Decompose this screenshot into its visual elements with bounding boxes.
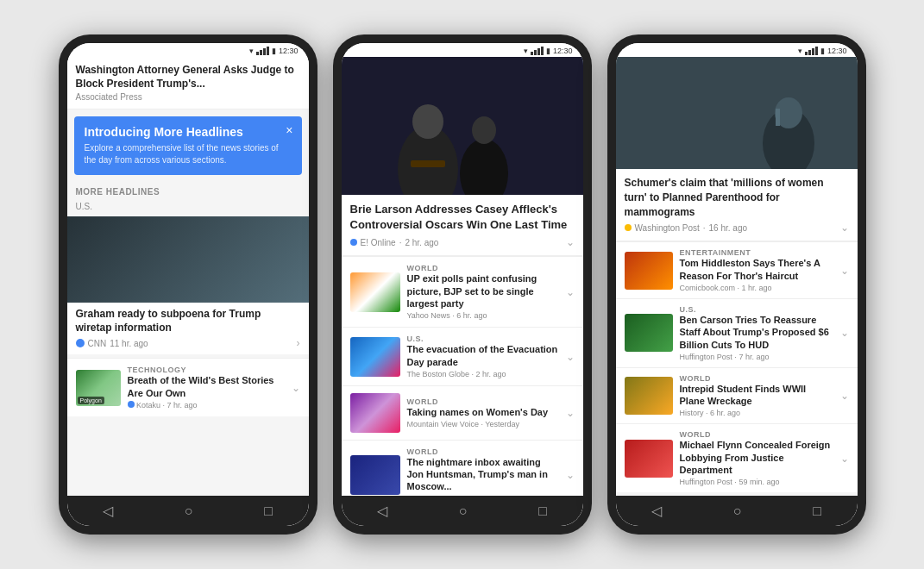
p2-meta-0: Yahoo News · 6 hr. ago xyxy=(407,311,559,320)
p2-item-2[interactable]: WORLD Taking names on Women's Day Mounta… xyxy=(342,385,583,440)
battery-icon-3: ▮ xyxy=(820,47,825,55)
p3-main-chevron: ⌄ xyxy=(840,222,849,234)
p3-item-0[interactable]: ENTERTAINMENT Tom Hiddleston Says There'… xyxy=(616,241,858,298)
p1-top-story[interactable]: Washington Attorney General Asks Judge t… xyxy=(67,57,309,109)
status-bar-2: ▾ ▮ 12:30 xyxy=(342,43,583,57)
wifi-icon-2: ▾ xyxy=(524,47,528,55)
battery-icon: ▮ xyxy=(272,47,276,55)
back-button-2[interactable]: ◁ xyxy=(377,503,387,519)
p2-meta-2: Mountain View Voice · Yesterday xyxy=(407,420,559,428)
p1-main-image xyxy=(67,216,309,303)
p1-thumb-label: Polygon xyxy=(78,397,104,404)
p3-main-dot xyxy=(625,224,632,231)
p3-main-source: Washington Post xyxy=(635,223,700,233)
p2-thumb-3 xyxy=(350,455,400,495)
p3-meta-3: Huffington Post · 59 min. ago xyxy=(680,478,833,486)
p1-small-source: Kotaku xyxy=(136,401,160,410)
recents-button-2[interactable]: □ xyxy=(538,503,547,519)
p3-headline-2: Intrepid Student Finds WWII Plane Wrecka… xyxy=(680,383,833,408)
p1-top-source: Associated Press xyxy=(76,92,300,102)
p1-small-thumb: Polygon xyxy=(76,370,121,406)
p1-small-time: 7 hr. ago xyxy=(167,401,198,410)
more-headlines-label: MORE HEADLINES xyxy=(67,182,309,198)
nav-bar-2: ◁ ○ □ xyxy=(342,496,583,526)
svg-rect-9 xyxy=(776,109,780,126)
p1-banner-text: Explore a comprehensive list of the news… xyxy=(85,142,292,166)
p1-small-card[interactable]: Polygon TECHNOLOGY Breath of the Wild's … xyxy=(67,358,309,416)
svg-point-4 xyxy=(472,116,496,144)
p1-main-card[interactable]: Graham ready to subpoena for Trump wiret… xyxy=(67,216,309,354)
p3-headline-3: Michael Flynn Concealed Foreign Lobbying… xyxy=(680,439,833,476)
p3-main-headline: Schumer's claim that 'millions of women … xyxy=(625,176,849,219)
home-button-3[interactable]: ○ xyxy=(733,503,742,519)
p3-item-2[interactable]: WORLD Intrepid Student Finds WWII Plane … xyxy=(616,367,858,424)
p1-small-chevron: ⌄ xyxy=(292,382,300,394)
back-button-3[interactable]: ◁ xyxy=(651,503,662,519)
p2-headline-1: The evacuation of the Evacuation Day par… xyxy=(407,343,559,368)
p1-banner-title: Introducing More Headlines xyxy=(85,125,292,139)
time-3: 12:30 xyxy=(827,47,847,55)
back-button-1[interactable]: ◁ xyxy=(103,503,113,519)
wifi-icon: ▾ xyxy=(249,47,254,55)
p2-chevron-2: ⌄ xyxy=(566,407,575,419)
p1-banner-close[interactable]: × xyxy=(286,123,292,137)
p2-main-dot xyxy=(350,239,357,246)
p3-thumb-0 xyxy=(625,252,673,290)
p1-main-chevron: › xyxy=(297,337,300,349)
svg-point-2 xyxy=(412,104,443,139)
recents-button-3[interactable]: □ xyxy=(813,503,821,519)
p2-item-0[interactable]: WORLD UP exit polls paint confusing pict… xyxy=(342,256,583,327)
p3-item-3[interactable]: WORLD Michael Flynn Concealed Foreign Lo… xyxy=(616,423,858,492)
svg-rect-5 xyxy=(411,160,445,167)
p2-main-chevron: ⌄ xyxy=(566,236,575,248)
battery-icon-2: ▮ xyxy=(546,47,550,55)
p2-main-story[interactable]: Brie Larson Addresses Casey Affleck's Co… xyxy=(342,195,583,256)
svg-rect-6 xyxy=(616,57,858,169)
p3-thumb-1 xyxy=(625,314,673,352)
p1-banner[interactable]: Introducing More Headlines Explore a com… xyxy=(74,116,302,175)
p3-thumb-2 xyxy=(625,377,673,415)
p3-main-story[interactable]: Schumer's claim that 'millions of women … xyxy=(616,169,858,241)
p3-meta-0: Comicbook.com · 1 hr. ago xyxy=(680,284,833,292)
p3-cat-1: U.S. xyxy=(680,305,833,314)
p2-item-3[interactable]: WORLD The nightmare inbox awaiting Jon H… xyxy=(342,440,583,496)
p3-chevron-1: ⌄ xyxy=(840,327,849,339)
time-1: 12:30 xyxy=(279,47,299,55)
phone-3: ▾ ▮ 12:30 xyxy=(607,34,866,535)
screen-3: Schumer's claim that 'millions of women … xyxy=(616,57,858,496)
p3-chevron-3: ⌄ xyxy=(840,453,849,465)
p1-main-time: 11 hr. ago xyxy=(110,339,148,348)
p2-headline-3: The nightmare inbox awaiting Jon Huntsma… xyxy=(407,456,559,493)
p1-main-headline: Graham ready to subpoena for Trump wiret… xyxy=(76,308,300,335)
p2-headline-2: Taking names on Women's Day xyxy=(407,406,559,418)
p2-hero-image xyxy=(342,57,583,195)
p2-main-source: E! Online xyxy=(361,238,396,247)
p3-cat-3: WORLD xyxy=(680,430,833,439)
p3-hero-image xyxy=(616,57,858,169)
p2-item-1[interactable]: U.S. The evacuation of the Evacuation Da… xyxy=(342,327,583,385)
p2-headline-0: UP exit polls paint confusing picture, B… xyxy=(407,272,559,310)
p2-main-headline: Brie Larson Addresses Casey Affleck's Co… xyxy=(350,202,575,233)
p1-main-source: CNN xyxy=(88,339,107,348)
p2-cat-3: WORLD xyxy=(407,447,559,456)
p3-meta-2: History · 6 hr. ago xyxy=(680,409,833,417)
phone-2: ▾ ▮ 12:30 xyxy=(333,34,592,535)
phone-1: ▾ ▮ 12:30 Washington Attorney General As… xyxy=(59,34,317,535)
p3-item-1[interactable]: U.S. Ben Carson Tries To Reassure Staff … xyxy=(616,298,858,367)
home-button-2[interactable]: ○ xyxy=(459,503,468,519)
p2-chevron-3: ⌄ xyxy=(566,469,575,481)
p3-headline-0: Tom Hiddleston Says There's A Reason For… xyxy=(680,257,833,282)
recents-button-1[interactable]: □ xyxy=(264,503,273,519)
home-button-1[interactable]: ○ xyxy=(185,503,193,519)
p2-chevron-0: ⌄ xyxy=(566,286,575,298)
status-bar-1: ▾ ▮ 12:30 xyxy=(67,43,309,57)
p3-chevron-2: ⌄ xyxy=(840,390,849,402)
status-bar-3: ▾ ▮ 12:30 xyxy=(616,43,858,57)
screen-1: Washington Attorney General Asks Judge t… xyxy=(67,57,309,496)
p2-thumb-2 xyxy=(350,393,400,433)
p2-thumb-1 xyxy=(350,337,400,377)
p1-small-headline: Breath of the Wild's Best Stories Are Ou… xyxy=(128,374,285,399)
p3-headline-1: Ben Carson Tries To Reassure Staff About… xyxy=(680,314,833,351)
p1-small-dot xyxy=(128,401,135,408)
p3-cat-0: ENTERTAINMENT xyxy=(680,248,833,257)
